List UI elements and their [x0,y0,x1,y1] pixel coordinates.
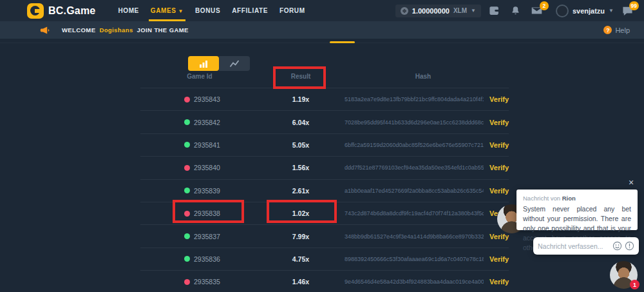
trend-view-toggle[interactable] [219,56,250,71]
tab-divider [0,43,644,43]
logo-text: BC.Game [48,5,95,17]
game-id: 2935836 [194,255,220,263]
table-row: 2935841 5.05x 6bffc2a59159d2060d0abc85f5… [140,133,509,156]
hash-value: 5183a2ea7e9d8e13fb79bbf21bc9ffc804dada4a… [345,96,484,102]
verify-link[interactable]: Verify [489,141,509,149]
status-dot [184,97,190,102]
welcome-prefix: WELCOME [62,26,95,34]
emoji-icon[interactable] [612,241,622,251]
active-tab-indicator [330,41,355,43]
status-dot [184,211,190,217]
nav-forum[interactable]: FORUM [274,0,311,21]
top-header: BC.Game HOME GAMES▼ BONUS AFFILIATE FORU… [0,0,644,21]
verify-link[interactable]: Verify [489,187,509,195]
chat-unread-badge: 1 [630,280,639,289]
view-toggle-group [188,56,250,71]
question-mark-icon: ? [603,26,612,34]
verify-link[interactable]: Verify [489,95,509,103]
verify-link[interactable]: Verify [489,164,509,171]
game-id: 2935838 [194,209,220,217]
chat-notification-title: Nachricht von Rion [523,195,631,202]
mail-badge: 2 [540,1,549,10]
hash-value: 9e4d6546d4e58a42d3b4f924883baa4daac019ce… [345,278,484,285]
user-menu[interactable]: svenjatzu ▼ [556,5,614,17]
status-dot [184,279,190,285]
status-dot [184,188,190,193]
nav-home[interactable]: HOME [112,0,144,21]
welcome-bar: WELCOME Dogishans JOIN THE GAME ? Help [0,21,644,39]
status-dot [184,256,190,262]
bar-view-toggle[interactable] [188,56,219,71]
table-row: 2935839 2.61x a1bb0eaaf17ed4527669f2a0bb… [140,179,509,202]
notifications-button[interactable] [508,5,524,17]
chat-sender-name: Rion [562,195,576,202]
line-chart-icon [229,59,240,68]
main-nav: HOME GAMES▼ BONUS AFFILIATE FORUM [112,0,310,21]
hash-value: 7028be95dd95f441b633d6d296e0ae15cc6238dd… [345,119,484,126]
chevron-down-icon: ▼ [178,8,184,14]
game-id: 2935839 [194,187,220,195]
result-value: 2.61x [278,187,323,195]
result-value: 1.56x [278,164,323,171]
column-header-hash: Hash [397,73,449,80]
table-row: 2935835 1.46x 9e4d6546d4e58a42d3b4f92488… [140,270,509,292]
chat-composer [533,237,639,255]
nav-bonus[interactable]: BONUS [189,0,226,21]
status-dot [184,233,190,239]
result-value: 1.46x [278,278,323,286]
welcome-username[interactable]: Dogishans [99,26,133,34]
status-dot [184,119,190,125]
table-row: 2935836 4.75x 8988392450666c53f30afaaaea… [140,248,509,270]
help-button[interactable]: ? Help [603,21,630,39]
chat-button[interactable]: 99 [620,5,635,17]
result-value: 1.02x [278,209,323,217]
table-row: 2935842 6.04x 7028be95dd95f441b633d6d296… [140,110,509,133]
chat-user-avatar[interactable]: 1 [610,261,638,289]
hash-value: ddd7f521e87769103ecf94ea35da50ee354efd1c… [345,164,484,171]
game-id: 2935840 [194,164,220,171]
verify-link[interactable]: Verify [489,255,509,263]
game-id: 2935835 [194,278,220,286]
bell-icon [511,6,520,15]
nav-affiliate[interactable]: AFFILIATE [226,0,274,21]
messages-button[interactable]: 2 [529,5,545,17]
verify-link[interactable]: Verify [489,119,509,126]
hash-value: 6bffc2a59159d2060d0abc85f526e6be676e5590… [345,142,484,148]
game-id: 2935841 [194,141,220,149]
status-dot [184,165,190,171]
chat-badge: 99 [629,1,639,10]
close-icon[interactable]: × [629,178,634,187]
balance-selector[interactable]: 1.00000000 XLM ▼ [395,5,481,17]
welcome-suffix: JOIN THE GAME [137,26,189,34]
help-label: Help [615,26,630,34]
chevron-down-icon: ▼ [471,8,476,14]
wallet-button[interactable] [487,5,502,17]
result-value: 4.75x [278,255,323,263]
coin-icon [401,7,408,15]
hash-value: 743c2d874b6d8a8dcdf9fc19acf4d70f74f12a38… [345,210,484,217]
header-right: 1.00000000 XLM ▼ 2 svenjatzu ▼ 99 [395,5,644,17]
game-id: 2935843 [194,95,220,103]
table-row: 2935837 7.99x 348bb9db61527e4c9f3e4a1414… [140,224,509,247]
wallet-icon [489,6,500,15]
results-table: 2935843 1.19x 5183a2ea7e9d8e13fb79bbf21b… [140,88,509,292]
chat-message-input[interactable] [538,242,610,250]
result-value: 1.19x [278,95,323,103]
user-avatar [556,5,569,17]
logo[interactable]: BC.Game [27,3,95,19]
balance-amount: 1.00000000 [412,7,450,15]
verify-link[interactable]: Verify [489,233,509,240]
result-value: 6.04x [278,119,323,126]
bcgame-logo-icon [27,3,44,19]
nav-games[interactable]: GAMES▼ [145,0,189,21]
verify-link[interactable]: Verify [489,278,509,286]
chat-notification-card[interactable]: Nachricht von Rion System never placed a… [516,190,638,230]
hash-value: 8988392450666c53f30afaaaea69c1d6a7c0407e… [345,256,484,262]
game-id: 2935842 [194,119,220,126]
result-value: 7.99x [278,233,323,240]
balance-currency: XLM [453,7,467,14]
username: svenjatzu [573,7,605,15]
chevron-down-icon: ▼ [609,8,614,14]
bar-chart-icon [198,59,209,68]
info-icon[interactable] [625,241,634,251]
